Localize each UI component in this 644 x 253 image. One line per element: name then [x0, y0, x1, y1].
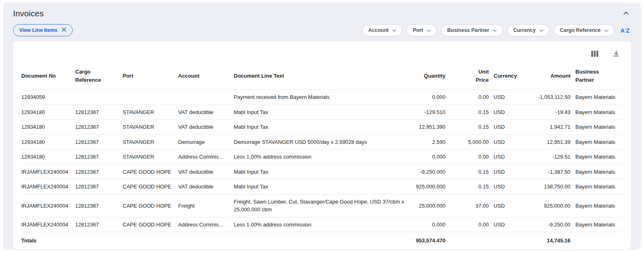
- column-header-business-partner: Business Partner: [575, 61, 623, 90]
- table-cell: 12812367: [75, 105, 123, 120]
- view-line-items-label: View Line Items: [19, 27, 58, 33]
- table-cell: 0.000: [409, 217, 450, 232]
- chevron-down-icon: [392, 27, 396, 33]
- table-cell: CAPE GOOD HOPE: [123, 179, 178, 195]
- totals-empty-cell: [575, 232, 623, 249]
- collapse-panel-button[interactable]: [621, 8, 631, 19]
- column-header-label: Document No: [21, 72, 56, 80]
- table-cell: 0.15: [450, 120, 494, 135]
- totals-empty-cell: [494, 232, 522, 249]
- table-cell: 0.15: [450, 179, 494, 195]
- table-cell: IRJAMFLEX240004: [21, 164, 75, 179]
- table-cell: VAT deductible: [178, 105, 234, 120]
- table-cell: -129.51: [522, 150, 575, 165]
- table-cell: 0.00: [450, 150, 494, 165]
- table-cell: Mabl Input Tax: [234, 105, 409, 120]
- table-cell: Mabl Input Tax: [234, 120, 409, 135]
- table-cell: Bayern Materials: [575, 164, 623, 179]
- table-cell: -129.510: [409, 105, 450, 120]
- chevron-down-icon: [493, 27, 497, 33]
- column-header-currency: Currency: [494, 61, 522, 90]
- table-cell: -9,250.000: [409, 164, 450, 179]
- sort-alphabetical-icon: A↓Z: [620, 27, 629, 34]
- table-cell: 12812367: [75, 194, 123, 217]
- table-cell: Bayern Materials: [575, 150, 623, 165]
- table-cell: 12934180: [21, 105, 75, 120]
- sort-az-button[interactable]: A↓Z: [619, 25, 631, 36]
- table-cell: 2.590: [409, 134, 450, 150]
- column-header-label: Account: [178, 72, 199, 80]
- filter-bar: Account Port Business Partner Currency C…: [362, 24, 631, 36]
- table-cell: 12812367: [75, 134, 123, 150]
- table-cell: Bayern Materials: [575, 179, 623, 195]
- table-cell: USD: [494, 150, 522, 165]
- table-cell: USD: [494, 194, 522, 217]
- table-cell: USD: [494, 217, 522, 232]
- card-toolbar: [21, 43, 623, 61]
- table-cell: 25,000.000: [409, 194, 450, 217]
- download-button[interactable]: [611, 49, 621, 60]
- invoices-panel: Invoices View Line Items Account Port: [3, 2, 641, 250]
- filter-chip-port[interactable]: Port: [407, 24, 437, 36]
- table-cell: CAPE GOOD HOPE: [123, 164, 178, 179]
- table-cell: USD: [494, 179, 522, 195]
- table-cell: 37.00: [450, 194, 494, 217]
- table-cell: Address Commis…: [178, 150, 234, 165]
- table-cell: Less 1.00% address commission: [234, 217, 409, 232]
- table-cell: Mabl Input Tax: [234, 179, 409, 195]
- column-header-document-line-text: Document Line Text: [234, 61, 409, 90]
- filter-chip-currency[interactable]: Currency: [507, 24, 550, 36]
- table-cell: Bayern Materials: [575, 120, 623, 135]
- manage-columns-button[interactable]: [590, 49, 600, 60]
- table-cell: CAPE GOOD HOPE: [123, 194, 178, 217]
- view-line-items-chip[interactable]: View Line Items: [13, 24, 73, 36]
- table-row: 1293418012812367STAVANGERVAT deductibleM…: [21, 120, 623, 135]
- column-header-label: Unit Price: [474, 68, 489, 84]
- table-cell: 925,000.00: [522, 194, 575, 217]
- filter-label: Port: [413, 27, 423, 33]
- table-cell: 12,951.390: [409, 120, 450, 135]
- filter-label: Account: [368, 27, 389, 33]
- filter-chip-cargo-reference[interactable]: Cargo Reference: [554, 24, 615, 36]
- table-cell: 12934180: [21, 150, 75, 165]
- table-row: IRJAMFLEX24000412812367CAPE GOOD HOPEVAT…: [21, 164, 623, 179]
- table-cell: -1,053,112.50: [522, 90, 575, 105]
- chevron-up-icon: [623, 10, 629, 18]
- table-cell: 0.000: [409, 150, 450, 165]
- table-cell: VAT deductible: [178, 179, 234, 195]
- column-header-account: Account: [178, 61, 234, 90]
- close-icon[interactable]: [61, 27, 67, 34]
- table-cell: 0.000: [409, 90, 450, 105]
- totals-quantity: 953,574.470: [409, 232, 450, 249]
- table-cell: 12812367: [75, 217, 123, 232]
- table-cell: STAVANGER: [123, 105, 178, 120]
- filter-chip-account[interactable]: Account: [362, 24, 402, 36]
- table-cell: STAVANGER: [123, 120, 178, 135]
- column-header-quantity: Quantity: [409, 61, 450, 90]
- column-header-label: Document Line Text: [234, 72, 284, 80]
- table-cell: Mabl Input Tax: [234, 164, 409, 179]
- table-row: 1293418012812367STAVANGERDemurrageDemurr…: [21, 134, 623, 150]
- table-cell: 12,951.39: [522, 134, 575, 150]
- column-header-amount: Amount: [522, 61, 575, 90]
- filter-chip-business-partner[interactable]: Business Partner: [441, 24, 503, 36]
- column-header-cargo-reference: Cargo Reference: [75, 61, 123, 90]
- table-cell: Bayern Materials: [575, 90, 623, 105]
- column-header-label: Cargo Reference: [75, 68, 104, 84]
- table-cell: [178, 90, 234, 105]
- table-cell: 12812367: [75, 164, 123, 179]
- table-cell: Bayern Materials: [575, 134, 623, 150]
- column-header-label: Business Partner: [575, 68, 601, 84]
- table-cell: IRJAMFLEX240004: [21, 179, 75, 195]
- table-cell: Bayern Materials: [575, 217, 623, 232]
- table-cell: USD: [494, 134, 522, 150]
- table-cell: 12934180: [21, 134, 75, 150]
- table-cell: STAVANGER: [123, 134, 178, 150]
- table-cell: 12812367: [75, 179, 123, 195]
- load-more-container: Load more: [13, 249, 631, 253]
- columns-icon: [591, 51, 598, 58]
- table-cell: Freight: [178, 194, 234, 217]
- table-row: 12934059Payment received from Bayern Mat…: [21, 90, 623, 105]
- table-cell: Demurrage: [178, 134, 234, 150]
- totals-empty-cell: [75, 232, 123, 249]
